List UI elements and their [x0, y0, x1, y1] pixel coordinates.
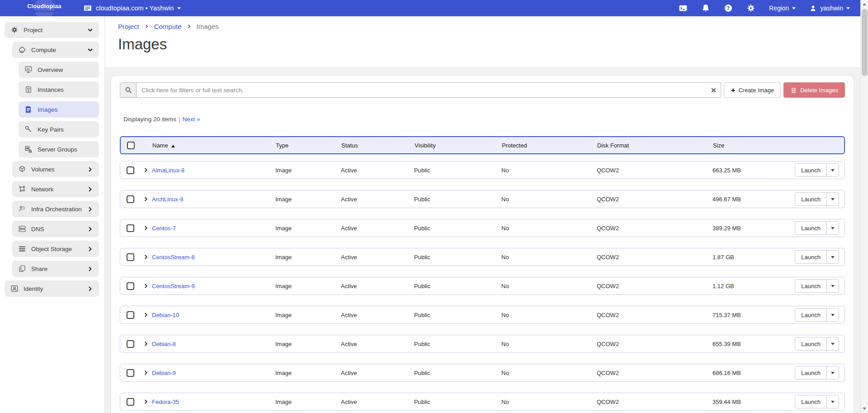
- sidebar-item-volumes[interactable]: Volumes: [12, 161, 99, 177]
- launch-dropdown-toggle[interactable]: [827, 222, 839, 234]
- sidebar-item-key-pairs[interactable]: Key Pairs: [19, 121, 99, 138]
- column-header-protected[interactable]: Protected: [502, 142, 597, 149]
- scroll-up-arrow-icon[interactable]: [861, 0, 868, 8]
- column-header-status[interactable]: Status: [341, 142, 415, 149]
- launch-button[interactable]: Launch: [795, 309, 827, 321]
- row-checkbox[interactable]: [120, 369, 140, 377]
- launch-button[interactable]: Launch: [795, 193, 827, 205]
- launch-button[interactable]: Launch: [795, 280, 827, 292]
- launch-dropdown-toggle[interactable]: [827, 164, 839, 176]
- cell-size: 655.39 MB: [712, 341, 785, 347]
- help-icon[interactable]: ?: [724, 4, 733, 13]
- expand-row-button[interactable]: [140, 341, 152, 347]
- row-checkbox[interactable]: [120, 398, 140, 406]
- cell-visibility: Public: [414, 399, 501, 405]
- select-all-checkbox[interactable]: [121, 142, 141, 149]
- row-checkbox[interactable]: [120, 224, 140, 232]
- gear-icon[interactable]: [746, 4, 755, 13]
- row-checkbox[interactable]: [120, 282, 140, 290]
- expand-row-button[interactable]: [140, 225, 152, 231]
- sidebar-item-identity[interactable]: Identity: [5, 280, 99, 297]
- user-menu[interactable]: yashwin: [809, 5, 850, 12]
- column-header-visibility[interactable]: Visibility: [415, 142, 502, 149]
- sidebar-item-project[interactable]: Project: [5, 22, 99, 38]
- table-row: Debian-8ImageActivePublicNoQCOW2655.39 M…: [120, 335, 845, 353]
- cell-disk-format: QCOW2: [597, 225, 712, 232]
- expand-row-button[interactable]: [140, 167, 152, 173]
- launch-dropdown-toggle[interactable]: [827, 395, 839, 408]
- launch-button[interactable]: Launch: [795, 164, 827, 176]
- chevron-right-icon: [143, 254, 149, 260]
- launch-button[interactable]: Launch: [795, 366, 827, 379]
- table-row: ArchLinux-8ImageActivePublicNoQCOW2496.6…: [120, 190, 845, 208]
- image-name-link[interactable]: AlmaLinux-8: [152, 167, 184, 174]
- row-checkbox[interactable]: [120, 253, 140, 261]
- image-name-link[interactable]: Debian-10: [152, 312, 179, 318]
- delete-images-button[interactable]: Delete Images: [783, 82, 845, 98]
- region-dropdown[interactable]: Region: [769, 5, 796, 12]
- launch-dropdown-toggle[interactable]: [827, 337, 839, 350]
- search-icon[interactable]: [120, 83, 137, 97]
- sidebar-item-dns[interactable]: DNS: [12, 221, 99, 237]
- sidebar-item-share[interactable]: Share: [12, 261, 99, 277]
- image-name-link[interactable]: ArchLinux-8: [152, 196, 183, 203]
- create-image-button[interactable]: + Create Image: [724, 82, 781, 98]
- launch-dropdown-toggle[interactable]: [827, 251, 839, 263]
- column-header-size[interactable]: Size: [713, 142, 784, 149]
- image-name-link[interactable]: Centos-7: [152, 225, 176, 232]
- sidebar-item-object-storage[interactable]: Object Storage: [12, 241, 99, 257]
- scroll-down-arrow-icon[interactable]: [861, 405, 868, 413]
- breadcrumb-project[interactable]: Project: [118, 23, 139, 30]
- bell-icon[interactable]: [701, 4, 710, 13]
- expand-row-button[interactable]: [140, 399, 152, 404]
- expand-row-button[interactable]: [140, 312, 152, 318]
- expand-row-button[interactable]: [140, 196, 152, 202]
- scrollbar[interactable]: [860, 0, 868, 413]
- next-page-link[interactable]: Next »: [183, 116, 200, 123]
- launch-button[interactable]: Launch: [795, 395, 827, 408]
- sidebar-item-instances[interactable]: Instances: [19, 81, 99, 98]
- chevron-right-icon: [143, 312, 149, 318]
- row-checkbox[interactable]: [120, 340, 140, 348]
- row-checkbox[interactable]: [120, 166, 140, 174]
- image-name-link[interactable]: Fedora-35: [152, 399, 179, 405]
- cell-protected: No: [501, 341, 597, 347]
- scrollbar-thumb[interactable]: [862, 9, 868, 76]
- terminal-icon[interactable]: [679, 4, 688, 13]
- image-name-link[interactable]: Debian-8: [152, 341, 176, 347]
- launch-dropdown-toggle[interactable]: [827, 366, 839, 379]
- column-header-type[interactable]: Type: [276, 142, 341, 149]
- sidebar-item-infra-orchestration[interactable]: Infra Orchestration: [12, 201, 99, 217]
- image-name-link[interactable]: CentosStream-8: [152, 254, 195, 261]
- search-input[interactable]: [137, 83, 721, 97]
- launch-button[interactable]: Launch: [795, 337, 827, 350]
- launch-dropdown-toggle[interactable]: [827, 280, 839, 292]
- sidebar-item-compute[interactable]: Compute: [12, 42, 99, 58]
- column-header-name[interactable]: Name: [152, 142, 276, 149]
- image-name-link[interactable]: CentosStream-9: [152, 283, 195, 290]
- expand-row-button[interactable]: [140, 370, 152, 375]
- row-checkbox[interactable]: [120, 311, 140, 319]
- chevron-down-icon: [87, 47, 93, 53]
- sidebar-item-overview[interactable]: Overview: [19, 62, 99, 78]
- cell-size: 663.25 MB: [712, 167, 785, 174]
- row-checkbox[interactable]: [120, 195, 140, 203]
- image-name-link[interactable]: Debian-9: [152, 370, 176, 376]
- column-header-disk-format[interactable]: Disk Format: [597, 142, 713, 149]
- caret-down-icon: [831, 198, 835, 200]
- launch-button[interactable]: Launch: [795, 222, 827, 234]
- launch-dropdown-toggle[interactable]: [827, 193, 839, 205]
- page-title: Images: [118, 36, 860, 53]
- launch-dropdown-toggle[interactable]: [827, 309, 839, 321]
- launch-button[interactable]: Launch: [795, 251, 827, 263]
- sidebar-item-server-groups[interactable]: Server Groups: [19, 141, 99, 157]
- breadcrumb-compute[interactable]: Compute: [154, 23, 182, 30]
- images-panel: + Create Image Delete Images Displaying …: [111, 76, 854, 413]
- clear-search-icon[interactable]: [711, 87, 717, 93]
- domain-project-switcher[interactable]: cloudtopiaa.com • Yashwin: [83, 4, 181, 13]
- expand-row-button[interactable]: [140, 254, 152, 260]
- page-header: Project Compute Images Images: [105, 16, 860, 68]
- sidebar-item-network[interactable]: Network: [12, 181, 99, 197]
- expand-row-button[interactable]: [140, 283, 152, 289]
- sidebar-item-images[interactable]: Images: [19, 101, 99, 118]
